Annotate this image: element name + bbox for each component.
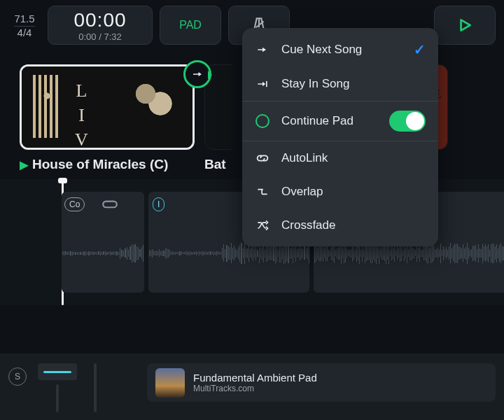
- elapsed-time: 00:00: [74, 9, 126, 31]
- mixer-strip: S Fundamental Ambient Pad MultiTracks.co…: [0, 354, 504, 420]
- section-marker[interactable]: Co: [64, 197, 85, 211]
- transport-time[interactable]: 00:00 0:00 / 7:32: [48, 6, 153, 45]
- link-icon: [255, 150, 270, 166]
- check-icon: ✓: [414, 41, 426, 58]
- solo-button[interactable]: S: [8, 368, 27, 386]
- loop-icon[interactable]: [97, 197, 123, 215]
- song-title: House of Miracles (C): [32, 157, 168, 172]
- song-thumbnail: [20, 64, 195, 150]
- menu-item-autolink[interactable]: AutoLink: [242, 141, 438, 175]
- pad-source: MultiTracks.com: [193, 384, 317, 393]
- pad-thumbnail: [155, 368, 185, 398]
- play-icon: [456, 16, 474, 34]
- menu-item-overlap[interactable]: Overlap: [242, 175, 438, 209]
- play-icon: ▶: [20, 158, 28, 172]
- toggle-switch[interactable]: [389, 111, 426, 132]
- menu-label: Overlap: [281, 185, 426, 199]
- tempo-readout: 71.5 4/4: [8, 6, 41, 45]
- song-card-current[interactable]: ▶ House of Miracles (C): [20, 64, 195, 171]
- transition-button[interactable]: [183, 60, 211, 88]
- arrow-to-bar-icon: [255, 76, 270, 92]
- bpm-value: 71.5: [14, 13, 34, 27]
- pad-title: Fundamental Ambient Pad: [193, 372, 317, 384]
- svg-rect-0: [266, 81, 267, 87]
- fader[interactable]: [88, 363, 102, 412]
- arrow-right-icon: [255, 42, 270, 57]
- menu-label: Crossfade: [281, 218, 426, 232]
- circle-icon: [255, 113, 270, 129]
- level-indicator: [43, 371, 71, 373]
- transition-menu: Cue Next Song ✓ Stay In Song Continue Pa…: [242, 28, 438, 246]
- section-marker[interactable]: I: [153, 197, 164, 211]
- menu-label: Stay In Song: [281, 77, 426, 91]
- time-signature: 4/4: [18, 27, 32, 38]
- region[interactable]: Co: [62, 192, 144, 293]
- menu-item-continue-pad[interactable]: Continue Pad: [242, 101, 438, 141]
- pad-info-bar[interactable]: Fundamental Ambient Pad MultiTracks.com: [147, 363, 496, 402]
- menu-item-cue-next[interactable]: Cue Next Song ✓: [242, 32, 438, 67]
- time-range: 0:00 / 7:32: [78, 31, 121, 42]
- menu-item-stay[interactable]: Stay In Song: [242, 67, 438, 101]
- menu-label: Continue Pad: [281, 114, 378, 128]
- fader-track[interactable]: [94, 363, 97, 412]
- crossfade-icon: [255, 218, 270, 233]
- pad-label: PAD: [179, 19, 202, 31]
- menu-item-crossfade[interactable]: Crossfade: [242, 209, 438, 242]
- menu-label: Cue Next Song: [281, 43, 402, 57]
- fader[interactable]: [36, 363, 78, 412]
- play-button[interactable]: [434, 6, 496, 45]
- menu-label: AutoLink: [281, 151, 426, 165]
- song-title-partial: Bat: [204, 157, 226, 171]
- fader-track[interactable]: [56, 384, 59, 412]
- overlap-icon: [255, 184, 270, 200]
- arrow-right-icon: [191, 68, 204, 80]
- pad-button[interactable]: PAD: [160, 6, 221, 45]
